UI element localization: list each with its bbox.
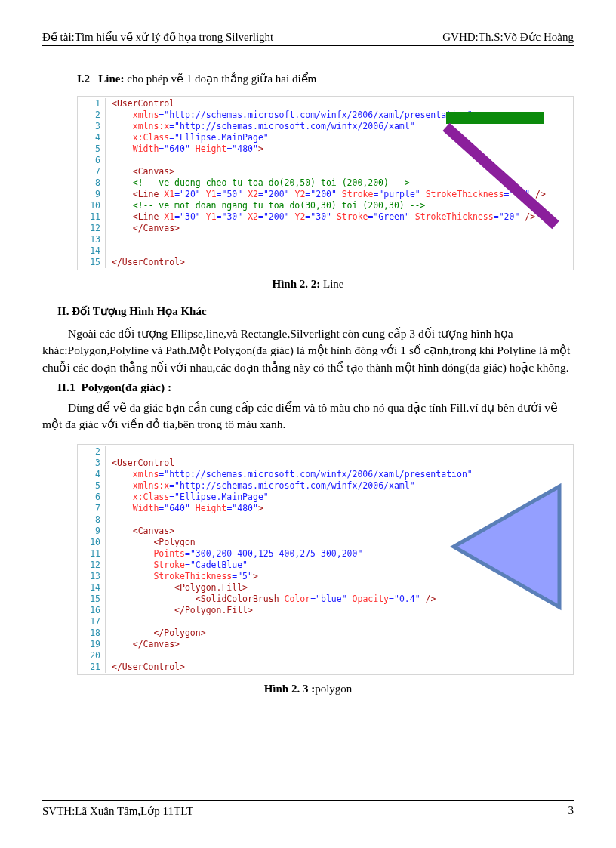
document-page: Đề tài:Tìm hiểu về xử lý đồ họa trong Si… [0, 0, 616, 848]
section-label: Line: [98, 72, 124, 85]
section-num: I.2 [77, 72, 90, 85]
page-footer: SVTH:Lã Xuân Tâm,Lớp 11TLT 3 [42, 800, 574, 818]
paragraph-2: Dùng để vẽ đa giác bạn cần cung cấp các … [42, 399, 574, 433]
section-ii-title: II. Đối Tượng Hình Họa Khác [57, 304, 574, 318]
section-rest: cho phép vẽ 1 đoạn thẳng giữa hai điểm [125, 72, 317, 85]
header-left: Đề tài:Tìm hiểu về xử lý đồ họa trong Si… [42, 30, 273, 44]
figure-1-caption: Hình 2. 2: Line [42, 278, 574, 291]
section-ii1-title: II.1 Polygon(đa giác) : [57, 379, 574, 396]
header-right: GVHD:Th.S:Võ Đức Hoàng [442, 30, 574, 44]
page-number: 3 [568, 804, 574, 818]
code-figure-1: 1<UserControl 2 xmlns="http://schemas.mi… [77, 96, 574, 270]
page-header: Đề tài:Tìm hiểu về xử lý đồ họa trong Si… [42, 30, 574, 46]
footer-left: SVTH:Lã Xuân Tâm,Lớp 11TLT [42, 804, 193, 818]
section-i2-title: I.2 Line: cho phép vẽ 1 đoạn thẳng giữa … [77, 72, 574, 85]
figure-2-caption: Hình 2. 3 :polygon [42, 683, 574, 695]
paragraph-1: Ngoài các đối tượng Ellipse,line,và Rect… [42, 325, 574, 376]
code-figure-2: 2 3<UserControl 4 xmlns="http://schemas.… [77, 444, 574, 675]
